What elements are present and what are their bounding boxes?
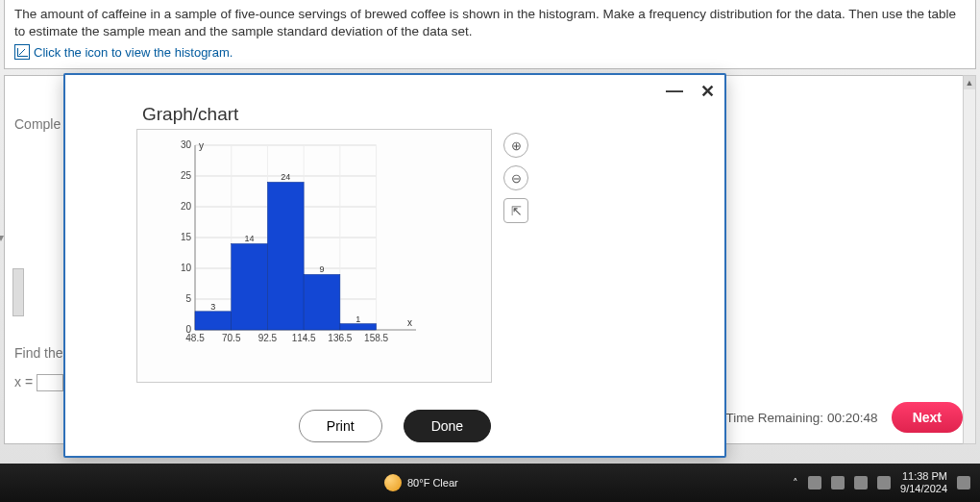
svg-text:30: 30	[181, 139, 192, 150]
moon-icon	[384, 474, 402, 491]
svg-text:70.5: 70.5	[222, 333, 241, 343]
vertical-scrollbar[interactable]: ▲	[963, 75, 976, 444]
svg-text:15: 15	[181, 232, 192, 242]
time-remaining: Time Remaining: 00:20:48	[709, 411, 878, 425]
close-button[interactable]: ✕	[700, 81, 715, 102]
scroll-up-icon[interactable]: ▲	[964, 76, 975, 89]
svg-text:136.5: 136.5	[328, 333, 352, 343]
svg-rect-26	[232, 243, 268, 330]
next-button[interactable]: Next	[892, 402, 963, 433]
timer-value: 00:20:48	[827, 411, 878, 425]
chart-frame: 051015202530yx314249148.570.592.5114.513…	[136, 129, 492, 383]
clock-widget[interactable]: 11:38 PM 9/14/2024	[900, 470, 947, 494]
collapse-caret-icon[interactable]: ▾	[0, 231, 4, 244]
svg-text:24: 24	[281, 172, 290, 182]
timer-label: Time Remaining:	[726, 411, 824, 425]
svg-text:20: 20	[181, 201, 192, 212]
done-button[interactable]: Done	[404, 410, 491, 442]
svg-text:92.5: 92.5	[258, 333, 278, 343]
zoom-out-icon: ⊖	[511, 171, 522, 186]
zoom-out-button[interactable]: ⊖	[503, 165, 528, 190]
svg-text:3: 3	[210, 302, 215, 312]
tray-icon-1[interactable]	[808, 476, 821, 489]
svg-text:14: 14	[245, 234, 255, 243]
svg-rect-28	[267, 182, 304, 330]
histogram-chart: 051015202530yx314249148.570.592.5114.513…	[172, 139, 422, 351]
svg-text:x: x	[407, 317, 412, 328]
side-handle[interactable]	[12, 268, 24, 316]
taskbar: 80°F Clear ˄ 11:38 PM 9/14/2024	[0, 464, 980, 502]
minimize-button[interactable]: —	[666, 81, 683, 102]
svg-text:114.5: 114.5	[292, 333, 316, 343]
equation-row: x =	[14, 374, 63, 391]
svg-text:48.5: 48.5	[185, 333, 205, 343]
popout-button[interactable]: ⇱	[503, 198, 528, 223]
svg-text:25: 25	[181, 170, 192, 181]
weather-widget[interactable]: 80°F Clear	[384, 474, 458, 491]
footer-row: Time Remaining: 00:20:48 Next	[709, 402, 963, 433]
tray-chevron-icon[interactable]: ˄	[793, 477, 798, 489]
zoom-in-icon: ⊕	[511, 138, 522, 153]
chart-icon	[14, 44, 30, 60]
taskbar-date: 9/14/2024	[900, 483, 947, 495]
svg-text:y: y	[199, 140, 204, 151]
question-text: The amount of caffeine in a sample of fi…	[14, 6, 966, 40]
weather-text: 80°F Clear	[407, 477, 458, 489]
notifications-icon[interactable]	[957, 476, 970, 489]
popout-icon: ⇱	[511, 204, 522, 218]
svg-text:5: 5	[185, 293, 191, 304]
taskbar-time: 11:38 PM	[900, 470, 947, 483]
svg-text:158.5: 158.5	[364, 333, 388, 343]
tray-wifi-icon[interactable]	[854, 476, 868, 489]
tray-volume-icon[interactable]	[877, 476, 891, 489]
svg-rect-30	[304, 274, 340, 330]
svg-rect-24	[195, 312, 232, 330]
tray-icon-2[interactable]	[831, 476, 845, 489]
svg-text:10: 10	[181, 263, 192, 273]
question-panel: The amount of caffeine in a sample of fi…	[4, 0, 976, 69]
view-histogram-link[interactable]: Click the icon to view the histogram.	[14, 44, 233, 60]
view-histogram-label: Click the icon to view the histogram.	[34, 45, 233, 60]
zoom-in-button[interactable]: ⊕	[503, 133, 528, 158]
print-button[interactable]: Print	[299, 410, 382, 442]
equation-lhs: x =	[14, 374, 33, 389]
graph-modal: — ✕ Graph/chart 051015202530yx314249148.…	[63, 73, 726, 458]
svg-rect-32	[340, 324, 377, 330]
chart-tools: ⊕ ⊖ ⇱	[503, 133, 528, 223]
bg-label-complete: Comple	[14, 116, 61, 132]
svg-text:9: 9	[320, 264, 325, 274]
system-tray: ˄ 11:38 PM 9/14/2024	[793, 470, 970, 494]
equation-input[interactable]	[37, 374, 63, 391]
svg-text:1: 1	[355, 314, 360, 324]
bg-label-find: Find the	[14, 345, 63, 361]
